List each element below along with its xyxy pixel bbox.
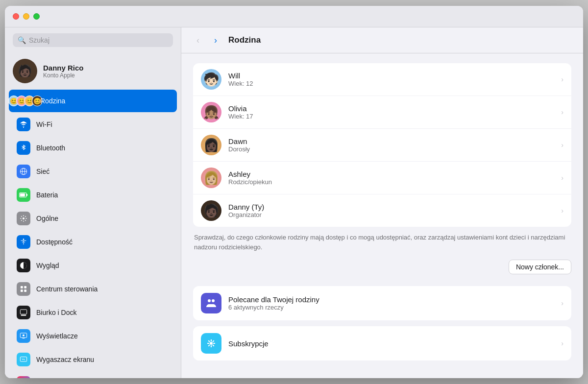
sidebar-item-wygaszacz[interactable]: Wygaszacz ekranu xyxy=(9,348,177,371)
polecane-title: Polecane dla Twojej rodziny xyxy=(228,295,554,304)
nav-forward-button[interactable]: › xyxy=(209,33,222,47)
sidebar-label-rodzina: Rodzina xyxy=(40,97,65,105)
polecane-card: Polecane dla Twojej rodziny 6 aktywnych … xyxy=(193,286,571,320)
close-button[interactable] xyxy=(13,13,19,20)
user-name: Danny Rico xyxy=(43,64,84,72)
subskrypcje-row[interactable]: Subskrypcje › xyxy=(193,326,571,360)
member-row-olivia[interactable]: 👧🏽 Olivia Wiek: 17 › xyxy=(193,96,571,129)
chevron-danny: › xyxy=(561,207,564,215)
svg-point-7 xyxy=(23,217,24,219)
polecane-info: Polecane dla Twojej rodziny 6 aktywnych … xyxy=(228,295,554,311)
chevron-polecane: › xyxy=(561,299,564,307)
sidebar-item-wyswietlacze[interactable]: Wyświetlacze xyxy=(9,325,177,347)
member-name-danny: Danny (Ty) xyxy=(228,203,554,211)
svg-rect-14 xyxy=(20,310,26,314)
sidebar-label-ogolne: Ogólne xyxy=(36,215,58,222)
main-header: ‹ › Rodzina xyxy=(181,27,583,53)
svg-point-21 xyxy=(212,299,215,302)
nav-back-button[interactable]: ‹ xyxy=(191,33,205,47)
member-row-ashley[interactable]: 👩🏼 Ashley Rodzic/opiekun › xyxy=(193,162,571,194)
sidebar-label-bateria: Bateria xyxy=(36,191,58,199)
member-row-danny[interactable]: 🧑🏿 Danny (Ty) Organizator › xyxy=(193,194,571,227)
svg-point-20 xyxy=(208,299,211,302)
description-text: Sprawdzaj, do czego członkowie rodziny m… xyxy=(193,233,571,252)
sidebar-item-ogolne[interactable]: Ogólne xyxy=(9,207,177,230)
main-content: 🧒🏻 Will Wiek: 12 › 👧🏽 xyxy=(181,53,583,376)
control-icon xyxy=(17,282,30,296)
member-role-ashley: Rodzic/opiekun xyxy=(228,178,554,186)
member-name-dawn: Dawn xyxy=(228,137,554,145)
svg-point-0 xyxy=(23,127,24,128)
siri-icon xyxy=(17,376,30,378)
maximize-button[interactable] xyxy=(33,13,40,20)
subskrypcje-title: Subskrypcje xyxy=(228,339,554,348)
member-role-olivia: Wiek: 17 xyxy=(228,113,554,120)
sidebar-item-siri[interactable]: Siri xyxy=(9,372,177,378)
settings-window: 🔍 Szukaj 🧑🏿 Danny Rico Konto Apple � xyxy=(5,6,583,378)
svg-rect-15 xyxy=(21,315,26,316)
chevron-ashley: › xyxy=(561,174,564,182)
new-member-button[interactable]: Nowy członek... xyxy=(509,260,571,274)
search-box[interactable]: 🔍 Szukaj xyxy=(13,33,173,47)
chevron-dawn: › xyxy=(561,141,564,149)
member-row-dawn[interactable]: 👩🏿 Dawn Dorosły › xyxy=(193,129,571,162)
avatar-ashley: 👩🏼 xyxy=(201,168,221,188)
new-member-container: Nowy członek... xyxy=(193,260,571,274)
sidebar-item-wifi[interactable]: Wi-Fi xyxy=(9,113,177,136)
sidebar: 🔍 Szukaj 🧑🏿 Danny Rico Konto Apple � xyxy=(5,27,181,378)
sidebar-item-bluetooth[interactable]: Bluetooth xyxy=(9,137,177,159)
bluetooth-icon xyxy=(17,141,30,155)
sidebar-label-wifi: Wi-Fi xyxy=(36,120,52,128)
sidebar-item-siec[interactable]: Sieć xyxy=(9,160,177,183)
member-info-ashley: Ashley Rodzic/opiekun xyxy=(228,170,554,186)
sidebar-item-biurko[interactable]: Biurko i Dock xyxy=(9,301,177,324)
chevron-olivia: › xyxy=(561,108,564,116)
polecane-row[interactable]: Polecane dla Twojej rodziny 6 aktywnych … xyxy=(193,286,571,320)
user-info: Danny Rico Konto Apple xyxy=(43,64,84,79)
search-container: 🔍 Szukaj xyxy=(5,27,181,53)
wifi-icon xyxy=(17,118,30,131)
member-name-olivia: Olivia xyxy=(228,104,554,113)
minimize-button[interactable] xyxy=(23,13,29,20)
general-icon xyxy=(17,212,30,225)
member-info-dawn: Dawn Dorosły xyxy=(228,137,554,153)
member-role-dawn: Dorosły xyxy=(228,145,554,153)
member-info-will: Will Wiek: 12 xyxy=(228,72,554,87)
network-icon xyxy=(17,165,30,178)
family-icon: 😊 😊 😊 😊 xyxy=(17,94,34,108)
svg-point-8 xyxy=(23,239,24,240)
svg-rect-12 xyxy=(21,289,23,292)
sidebar-label-wyswietlacze: Wyświetlacze xyxy=(36,332,78,340)
sidebar-label-siec: Sieć xyxy=(36,168,49,175)
sidebar-label-biurko: Biurko i Dock xyxy=(36,309,76,316)
subskrypcje-info: Subskrypcje xyxy=(228,339,554,348)
main-title: Rodzina xyxy=(228,35,261,45)
battery-icon xyxy=(17,188,30,202)
search-icon: 🔍 xyxy=(18,36,26,44)
accessibility-icon xyxy=(17,235,30,249)
appearance-icon xyxy=(17,259,30,272)
user-profile[interactable]: 🧑🏿 Danny Rico Konto Apple xyxy=(5,53,181,89)
sidebar-item-centrum[interactable]: Centrum sterowania xyxy=(9,278,177,300)
svg-rect-11 xyxy=(24,286,26,288)
avatar-will: 🧒🏻 xyxy=(201,69,221,90)
search-placeholder: Szukaj xyxy=(29,36,49,44)
sidebar-item-wyglad[interactable]: Wygląd xyxy=(9,254,177,277)
sidebar-item-dostepnosc[interactable]: Dostępność xyxy=(9,231,177,253)
svg-rect-6 xyxy=(20,193,25,197)
member-row-will[interactable]: 🧒🏻 Will Wiek: 12 › xyxy=(193,63,571,96)
sidebar-item-rodzina[interactable]: 😊 😊 😊 😊 Rodzina xyxy=(9,90,177,112)
deskdock-icon xyxy=(17,306,30,319)
svg-rect-13 xyxy=(24,289,26,292)
avatar-olivia: 👧🏽 xyxy=(201,102,221,122)
avatar-danny: 🧑🏿 xyxy=(201,200,221,221)
member-name-will: Will xyxy=(228,72,554,80)
sidebar-label-bluetooth: Bluetooth xyxy=(36,144,65,152)
sidebar-label-dostepnosc: Dostępność xyxy=(36,238,73,246)
member-info-olivia: Olivia Wiek: 17 xyxy=(228,104,554,120)
display-icon xyxy=(17,329,30,343)
polecane-icon xyxy=(201,293,221,313)
sidebar-item-bateria[interactable]: Bateria xyxy=(9,184,177,206)
sidebar-label-centrum: Centrum sterowania xyxy=(36,285,98,293)
subskrypcje-icon xyxy=(201,333,221,354)
